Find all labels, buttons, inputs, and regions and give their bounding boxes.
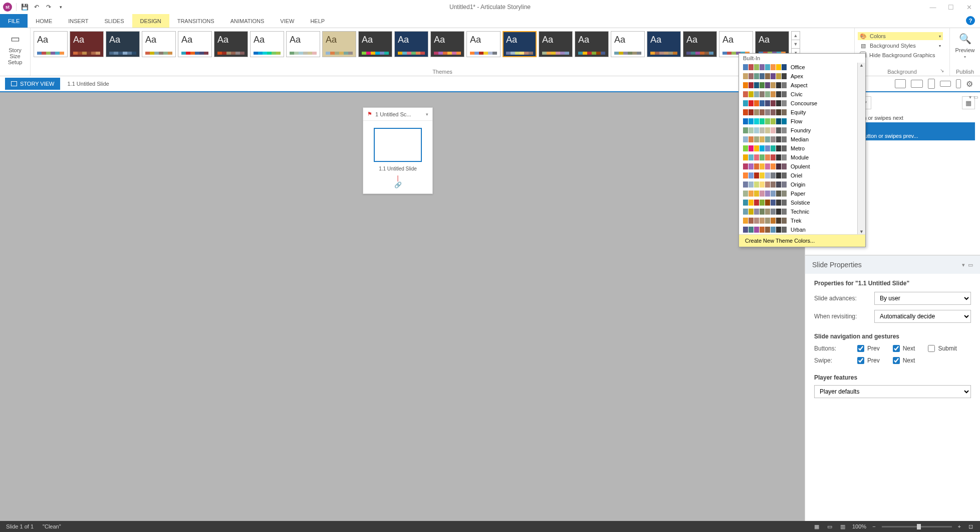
tab-help[interactable]: HELP [302, 14, 333, 28]
buttons-submit-checkbox[interactable] [928, 345, 935, 352]
color-scheme-item[interactable]: Technic [739, 207, 865, 216]
save-icon[interactable]: 💾 [21, 3, 29, 11]
view-mode-normal-icon[interactable]: ▦ [813, 523, 820, 530]
color-scheme-item[interactable]: Solstice [739, 198, 865, 207]
tab-home[interactable]: HOME [28, 14, 60, 28]
device-phone-landscape-icon[interactable] [940, 81, 951, 87]
tab-design[interactable]: DESIGN [132, 14, 169, 28]
color-scheme-item[interactable]: Oriel [739, 171, 865, 180]
story-view-canvas[interactable]: ⚑ 1 Untitled Sc... ▾ 1.1 Untitled Slide … [0, 92, 805, 521]
theme-swatch[interactable]: Aa [503, 31, 537, 57]
preview-button[interactable]: 🔍 Preview ▾ [953, 30, 977, 61]
theme-swatch[interactable]: Aa [647, 31, 681, 57]
color-scheme-item[interactable]: Civic [739, 90, 865, 99]
tab-transitions[interactable]: TRANSITIONS [169, 14, 222, 28]
tab-animations[interactable]: ANIMATIONS [222, 14, 273, 28]
panel-collapse-icon[interactable]: ▭ [968, 262, 973, 268]
device-desktop-icon[interactable] [895, 79, 906, 88]
color-scheme-item[interactable]: Trek [739, 216, 865, 225]
theme-swatch[interactable]: Aa [611, 31, 645, 57]
color-scheme-item[interactable]: Foundry [739, 126, 865, 135]
buttons-prev-checkbox[interactable] [857, 345, 864, 352]
player-features-select[interactable]: Player defaults [814, 385, 971, 398]
theme-swatch[interactable]: Aa [394, 31, 428, 57]
device-tablet-landscape-icon[interactable] [911, 80, 923, 88]
theme-swatch[interactable]: Aa [106, 31, 140, 57]
story-size-button[interactable]: ▭ Story Size Setup [3, 30, 27, 66]
when-revisiting-select[interactable]: Automatically decide [874, 310, 971, 323]
help-icon[interactable]: ? [966, 16, 975, 25]
swipe-next-checkbox[interactable] [893, 357, 900, 364]
color-scheme-item[interactable]: Paper [739, 189, 865, 198]
chevron-down-icon[interactable]: ▾ [426, 112, 428, 117]
theme-swatch[interactable]: Aa [430, 31, 464, 57]
app-icon[interactable]: st [3, 3, 12, 12]
color-scheme-item[interactable]: Flow [739, 117, 865, 126]
theme-swatch[interactable]: Aa [178, 31, 212, 57]
color-scheme-item[interactable]: Concourse [739, 99, 865, 108]
swipe-prev-checkbox[interactable] [857, 357, 864, 364]
create-new-theme-colors[interactable]: Create New Theme Colors... [739, 234, 865, 247]
tab-view[interactable]: VIEW [272, 14, 302, 28]
fit-to-window-icon[interactable]: ⊡ [967, 523, 974, 530]
zoom-percent[interactable]: 100% [852, 523, 866, 529]
color-scheme-item[interactable]: Office [739, 63, 865, 72]
color-swatches [743, 136, 787, 142]
theme-swatch[interactable]: Aa [358, 31, 392, 57]
gear-icon[interactable]: ⚙ [966, 79, 973, 89]
qat-dropdown-icon[interactable]: ▾ [57, 3, 65, 11]
theme-swatch[interactable]: Aa [286, 31, 320, 57]
colors-scrollbar[interactable]: ▲▼ [857, 63, 865, 234]
panel-menu-icon[interactable]: ▾ [962, 262, 965, 268]
color-scheme-item[interactable]: Opulent [739, 162, 865, 171]
color-scheme-item[interactable]: Origin [739, 180, 865, 189]
minimize-button[interactable]: — [925, 2, 941, 12]
color-scheme-item[interactable]: Urban [739, 225, 865, 234]
slide-tab[interactable]: 1.1 Untitled Slide [60, 78, 116, 90]
theme-swatch[interactable]: Aa [70, 31, 104, 57]
tab-insert[interactable]: INSERT [60, 14, 96, 28]
panel-collapse-icon[interactable]: ▭ [973, 94, 978, 100]
background-dialog-launcher-icon[interactable]: ↘ [938, 68, 945, 75]
close-button[interactable]: ✕ [961, 2, 977, 12]
color-scheme-item[interactable]: Metro [739, 144, 865, 153]
redo-icon[interactable]: ↷ [45, 3, 53, 11]
scene-card[interactable]: ⚑ 1 Untitled Sc... ▾ 1.1 Untitled Slide … [363, 107, 433, 194]
buttons-next-checkbox[interactable] [893, 345, 900, 352]
theme-swatch[interactable]: Aa [683, 31, 717, 57]
zoom-out-button[interactable]: − [872, 523, 875, 529]
title-bar: st 💾 ↶ ↷ ▾ Untitled1* - Articulate Story… [0, 0, 980, 14]
device-tablet-portrait-icon[interactable] [928, 79, 935, 89]
scene-header[interactable]: ⚑ 1 Untitled Sc... ▾ [363, 108, 432, 121]
themes-gallery[interactable]: Aa Aa Aa Aa Aa Aa Aa Aa Aa Aa Aa Aa Aa A… [34, 30, 851, 68]
view-mode-slide-icon[interactable]: ▭ [826, 523, 833, 530]
panel-menu-icon[interactable]: ▾ [969, 94, 971, 100]
maximize-button[interactable]: ☐ [943, 2, 959, 12]
device-phone-portrait-icon[interactable] [956, 79, 961, 88]
hide-bg-graphics-checkbox[interactable]: Hide Background Graphics [858, 51, 943, 59]
zoom-slider[interactable] [882, 526, 952, 527]
undo-icon[interactable]: ↶ [33, 3, 41, 11]
theme-swatch[interactable]: Aa [250, 31, 284, 57]
colors-dropdown-button[interactable]: 🎨 Colors ▾ [858, 32, 943, 40]
story-view-tab[interactable]: STORY VIEW [5, 78, 60, 90]
tab-slides[interactable]: SLIDES [96, 14, 132, 28]
color-scheme-item[interactable]: Aspect [739, 81, 865, 90]
color-scheme-item[interactable]: Equity [739, 108, 865, 117]
theme-swatch[interactable]: Aa [214, 31, 248, 57]
theme-swatch[interactable]: Aa [142, 31, 176, 57]
zoom-in-button[interactable]: + [958, 523, 961, 529]
theme-swatch[interactable]: Aa [539, 31, 573, 57]
theme-swatch[interactable]: Aa [466, 31, 501, 57]
slide-advances-select[interactable]: By user [874, 292, 971, 305]
tab-file[interactable]: FILE [0, 14, 28, 28]
theme-swatch[interactable]: Aa [34, 31, 68, 57]
background-styles-button[interactable]: ▧ Background Styles ▾ [858, 42, 943, 50]
slide-thumbnail[interactable] [374, 128, 422, 162]
color-scheme-item[interactable]: Median [739, 135, 865, 144]
view-mode-fit-icon[interactable]: ▥ [839, 523, 846, 530]
theme-swatch[interactable]: Aa [322, 31, 356, 57]
color-scheme-item[interactable]: Apex [739, 72, 865, 81]
color-scheme-item[interactable]: Module [739, 153, 865, 162]
theme-swatch[interactable]: Aa [575, 31, 609, 57]
